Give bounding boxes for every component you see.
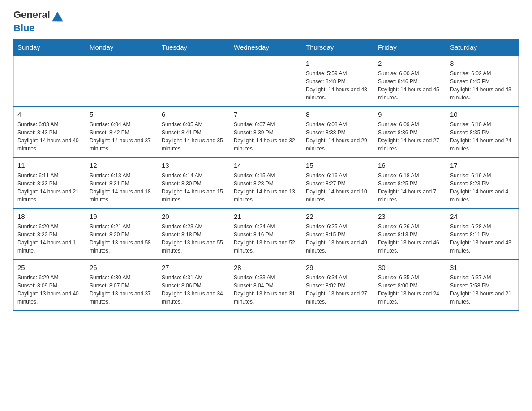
day-info: Sunrise: 6:21 AM Sunset: 8:20 PM Dayligh… xyxy=(90,223,154,255)
logo-general: General xyxy=(13,9,50,20)
calendar-week-3: 11Sunrise: 6:11 AM Sunset: 8:33 PM Dayli… xyxy=(14,158,519,209)
day-number: 28 xyxy=(234,263,298,272)
day-number: 5 xyxy=(90,110,154,119)
day-info: Sunrise: 6:28 AM Sunset: 8:11 PM Dayligh… xyxy=(450,223,515,255)
day-info: Sunrise: 6:05 AM Sunset: 8:41 PM Dayligh… xyxy=(162,120,226,153)
page-header: General Blue xyxy=(13,9,519,34)
day-number: 12 xyxy=(90,161,154,170)
calendar-cell xyxy=(14,56,86,107)
day-info: Sunrise: 6:30 AM Sunset: 8:07 PM Dayligh… xyxy=(90,274,154,306)
day-info: Sunrise: 6:19 AM Sunset: 8:23 PM Dayligh… xyxy=(450,171,515,204)
day-number: 27 xyxy=(162,263,226,272)
day-number: 23 xyxy=(378,212,442,221)
day-number: 2 xyxy=(378,59,442,68)
calendar-cell xyxy=(86,56,158,107)
calendar-week-5: 25Sunrise: 6:29 AM Sunset: 8:09 PM Dayli… xyxy=(14,260,519,311)
calendar-cell: 26Sunrise: 6:30 AM Sunset: 8:07 PM Dayli… xyxy=(86,260,158,311)
day-info: Sunrise: 6:33 AM Sunset: 8:04 PM Dayligh… xyxy=(234,274,298,306)
header-sunday: Sunday xyxy=(14,39,86,56)
day-number: 3 xyxy=(450,59,515,68)
day-info: Sunrise: 6:29 AM Sunset: 8:09 PM Dayligh… xyxy=(17,274,82,306)
day-number: 8 xyxy=(306,110,370,119)
header-thursday: Thursday xyxy=(302,39,374,56)
day-number: 19 xyxy=(90,212,154,221)
day-info: Sunrise: 6:00 AM Sunset: 8:46 PM Dayligh… xyxy=(378,69,442,102)
calendar-cell: 29Sunrise: 6:34 AM Sunset: 8:02 PM Dayli… xyxy=(302,260,374,311)
calendar-header-row: SundayMondayTuesdayWednesdayThursdayFrid… xyxy=(14,39,519,56)
day-info: Sunrise: 6:04 AM Sunset: 8:42 PM Dayligh… xyxy=(90,120,154,153)
day-number: 24 xyxy=(450,212,515,221)
day-info: Sunrise: 6:35 AM Sunset: 8:00 PM Dayligh… xyxy=(378,274,442,306)
logo: General Blue xyxy=(13,9,64,34)
header-saturday: Saturday xyxy=(446,39,519,56)
calendar-cell: 15Sunrise: 6:16 AM Sunset: 8:27 PM Dayli… xyxy=(302,158,374,209)
calendar-cell: 16Sunrise: 6:18 AM Sunset: 8:25 PM Dayli… xyxy=(374,158,446,209)
day-info: Sunrise: 6:07 AM Sunset: 8:39 PM Dayligh… xyxy=(234,120,298,153)
calendar-cell: 18Sunrise: 6:20 AM Sunset: 8:22 PM Dayli… xyxy=(14,209,86,260)
day-number: 30 xyxy=(378,263,442,272)
calendar-cell: 24Sunrise: 6:28 AM Sunset: 8:11 PM Dayli… xyxy=(446,209,519,260)
header-friday: Friday xyxy=(374,39,446,56)
calendar-week-2: 4Sunrise: 6:03 AM Sunset: 8:43 PM Daylig… xyxy=(14,107,519,158)
calendar-cell: 11Sunrise: 6:11 AM Sunset: 8:33 PM Dayli… xyxy=(14,158,86,209)
calendar-cell: 22Sunrise: 6:25 AM Sunset: 8:15 PM Dayli… xyxy=(302,209,374,260)
day-info: Sunrise: 6:10 AM Sunset: 8:35 PM Dayligh… xyxy=(450,120,515,153)
day-number: 26 xyxy=(90,263,154,272)
header-wednesday: Wednesday xyxy=(230,39,302,56)
calendar-cell: 4Sunrise: 6:03 AM Sunset: 8:43 PM Daylig… xyxy=(14,107,86,158)
day-number: 21 xyxy=(234,212,298,221)
calendar-table: SundayMondayTuesdayWednesdayThursdayFrid… xyxy=(13,39,519,311)
calendar-cell: 2Sunrise: 6:00 AM Sunset: 8:46 PM Daylig… xyxy=(374,56,446,107)
day-info: Sunrise: 6:20 AM Sunset: 8:22 PM Dayligh… xyxy=(17,223,82,255)
calendar-week-1: 1Sunrise: 5:59 AM Sunset: 8:48 PM Daylig… xyxy=(14,56,519,107)
calendar-cell: 23Sunrise: 6:26 AM Sunset: 8:13 PM Dayli… xyxy=(374,209,446,260)
day-info: Sunrise: 6:09 AM Sunset: 8:36 PM Dayligh… xyxy=(378,120,442,153)
header-monday: Monday xyxy=(86,39,158,56)
day-info: Sunrise: 6:26 AM Sunset: 8:13 PM Dayligh… xyxy=(378,223,442,255)
calendar-cell: 12Sunrise: 6:13 AM Sunset: 8:31 PM Dayli… xyxy=(86,158,158,209)
logo-icon xyxy=(51,10,64,22)
calendar-cell: 30Sunrise: 6:35 AM Sunset: 8:00 PM Dayli… xyxy=(374,260,446,311)
day-number: 10 xyxy=(450,110,515,119)
day-number: 22 xyxy=(306,212,370,221)
day-number: 7 xyxy=(234,110,298,119)
calendar-cell: 25Sunrise: 6:29 AM Sunset: 8:09 PM Dayli… xyxy=(14,260,86,311)
calendar-cell: 10Sunrise: 6:10 AM Sunset: 8:35 PM Dayli… xyxy=(446,107,519,158)
day-info: Sunrise: 6:16 AM Sunset: 8:27 PM Dayligh… xyxy=(306,171,370,204)
day-info: Sunrise: 6:31 AM Sunset: 8:06 PM Dayligh… xyxy=(162,274,226,306)
day-info: Sunrise: 6:02 AM Sunset: 8:45 PM Dayligh… xyxy=(450,69,515,102)
calendar-cell: 28Sunrise: 6:33 AM Sunset: 8:04 PM Dayli… xyxy=(230,260,302,311)
calendar-cell: 14Sunrise: 6:15 AM Sunset: 8:28 PM Dayli… xyxy=(230,158,302,209)
day-number: 6 xyxy=(162,110,226,119)
day-number: 29 xyxy=(306,263,370,272)
calendar-cell: 1Sunrise: 5:59 AM Sunset: 8:48 PM Daylig… xyxy=(302,56,374,107)
header-tuesday: Tuesday xyxy=(158,39,230,56)
calendar-cell: 5Sunrise: 6:04 AM Sunset: 8:42 PM Daylig… xyxy=(86,107,158,158)
calendar-cell xyxy=(158,56,230,107)
day-number: 15 xyxy=(306,161,370,170)
calendar-cell: 20Sunrise: 6:23 AM Sunset: 8:18 PM Dayli… xyxy=(158,209,230,260)
day-info: Sunrise: 6:08 AM Sunset: 8:38 PM Dayligh… xyxy=(306,120,370,153)
day-number: 16 xyxy=(378,161,442,170)
calendar-week-4: 18Sunrise: 6:20 AM Sunset: 8:22 PM Dayli… xyxy=(14,209,519,260)
calendar-cell: 7Sunrise: 6:07 AM Sunset: 8:39 PM Daylig… xyxy=(230,107,302,158)
day-number: 1 xyxy=(306,59,370,68)
day-number: 18 xyxy=(17,212,82,221)
calendar-cell: 9Sunrise: 6:09 AM Sunset: 8:36 PM Daylig… xyxy=(374,107,446,158)
day-info: Sunrise: 6:13 AM Sunset: 8:31 PM Dayligh… xyxy=(90,171,154,204)
day-info: Sunrise: 6:15 AM Sunset: 8:28 PM Dayligh… xyxy=(234,171,298,204)
day-info: Sunrise: 6:18 AM Sunset: 8:25 PM Dayligh… xyxy=(378,171,442,204)
day-number: 11 xyxy=(17,161,82,170)
day-number: 9 xyxy=(378,110,442,119)
logo-blue: Blue xyxy=(13,22,35,34)
calendar-cell: 3Sunrise: 6:02 AM Sunset: 8:45 PM Daylig… xyxy=(446,56,519,107)
day-number: 17 xyxy=(450,161,515,170)
calendar-cell: 31Sunrise: 6:37 AM Sunset: 7:58 PM Dayli… xyxy=(446,260,519,311)
day-number: 14 xyxy=(234,161,298,170)
calendar-cell: 27Sunrise: 6:31 AM Sunset: 8:06 PM Dayli… xyxy=(158,260,230,311)
day-info: Sunrise: 6:37 AM Sunset: 7:58 PM Dayligh… xyxy=(450,274,515,306)
day-info: Sunrise: 6:14 AM Sunset: 8:30 PM Dayligh… xyxy=(162,171,226,204)
calendar-cell: 8Sunrise: 6:08 AM Sunset: 8:38 PM Daylig… xyxy=(302,107,374,158)
calendar-cell: 17Sunrise: 6:19 AM Sunset: 8:23 PM Dayli… xyxy=(446,158,519,209)
day-number: 13 xyxy=(162,161,226,170)
